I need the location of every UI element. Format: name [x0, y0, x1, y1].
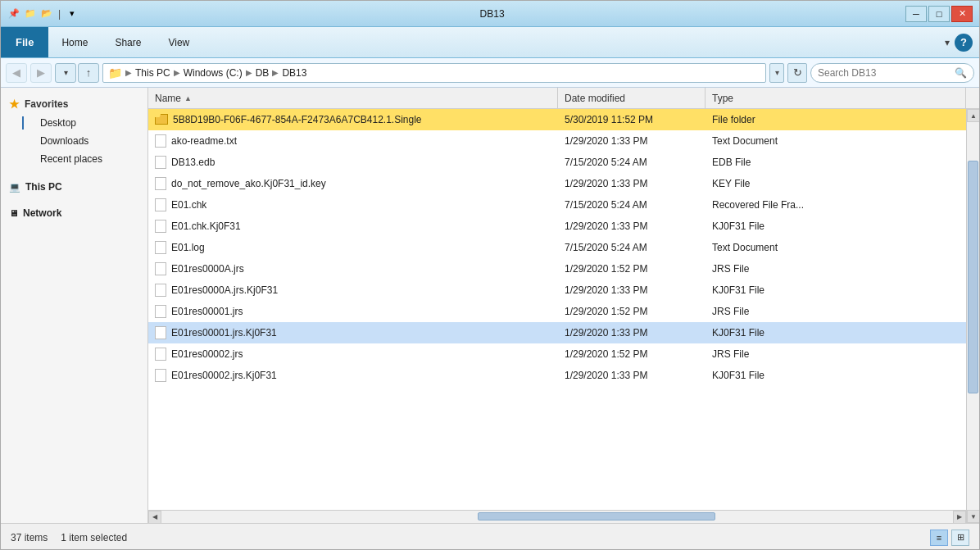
- path-thispc[interactable]: This PC: [135, 67, 170, 79]
- file-type-cell: JRS File: [706, 263, 966, 275]
- file-name-cell: E01res00002.jrs.Kj0F31: [148, 369, 558, 382]
- tab-home[interactable]: Home: [48, 27, 102, 57]
- file-name-cell: do_not_remove_ako.Kj0F31_id.key: [148, 177, 558, 190]
- tab-view[interactable]: View: [155, 27, 203, 57]
- search-input[interactable]: [818, 67, 951, 79]
- table-row[interactable]: E01res0000A.jrs1/29/2020 1:52 PMJRS File: [148, 258, 966, 280]
- items-count: 37 items: [11, 532, 48, 543]
- file-type-cell: EDB File: [706, 157, 966, 168]
- view-details-button[interactable]: ≡: [930, 530, 948, 546]
- column-headers: Name ▲ Date modified Type: [148, 88, 979, 109]
- path-drive[interactable]: Windows (C:): [184, 67, 243, 79]
- table-row[interactable]: 5B8D19B0-F06F-4677-854A-F2473A6A7CB412.1…: [148, 109, 966, 130]
- table-row[interactable]: E01res00002.jrs1/29/2020 1:52 PMJRS File: [148, 343, 966, 365]
- separator: |: [57, 8, 62, 20]
- file-icon: [155, 198, 166, 211]
- file-name-text: E01.chk: [171, 199, 206, 211]
- file-icon: [155, 134, 166, 148]
- thispc-header[interactable]: 💻 This PC: [1, 176, 147, 198]
- view-tiles-button[interactable]: ⊞: [951, 530, 969, 546]
- minimize-button[interactable]: ─: [905, 6, 927, 22]
- up-button[interactable]: ↑: [78, 63, 99, 83]
- file-date-cell: 1/29/2020 1:33 PM: [558, 327, 706, 339]
- file-name-text: E01res00001.jrs: [171, 306, 243, 317]
- tab-share[interactable]: Share: [102, 27, 155, 57]
- maximize-button[interactable]: □: [928, 6, 950, 22]
- down-nav-button[interactable]: ▾: [55, 63, 76, 83]
- table-row[interactable]: E01.log7/15/2020 5:24 AMText Document: [148, 237, 966, 258]
- address-bar: ◀ ▶ ▾ ↑ 📁 ▶ This PC ▶ Windows (C:) ▶ DB …: [1, 58, 979, 88]
- search-box[interactable]: 🔍: [810, 63, 974, 83]
- file-type-cell: Text Document: [706, 242, 966, 253]
- table-row[interactable]: ako-readme.txt1/29/2020 1:33 PMText Docu…: [148, 130, 966, 152]
- file-icon: [155, 305, 166, 318]
- file-type-cell: KJ0F31 File: [706, 284, 966, 296]
- file-menu-button[interactable]: File: [1, 27, 48, 57]
- sidebar-item-downloads[interactable]: Downloads: [1, 132, 147, 150]
- file-type-cell: KJ0F31 File: [706, 220, 966, 232]
- sidebar-item-desktop[interactable]: Desktop: [1, 114, 147, 132]
- col-header-type[interactable]: Type: [706, 88, 966, 108]
- hscroll-left-btn[interactable]: ◀: [148, 511, 161, 524]
- network-header[interactable]: 🖥 Network: [1, 202, 147, 224]
- hscroll-thumb[interactable]: [478, 512, 715, 520]
- sidebar-item-recent[interactable]: Recent places: [1, 150, 147, 168]
- table-row[interactable]: DB13.edb7/15/2020 5:24 AMEDB File: [148, 152, 966, 173]
- file-date-cell: 1/29/2020 1:52 PM: [558, 263, 706, 275]
- col-header-date[interactable]: Date modified: [558, 88, 706, 108]
- col-header-name[interactable]: Name ▲: [148, 88, 558, 108]
- network-icon: 🖥: [9, 208, 18, 218]
- file-name-cell: E01res0000A.jrs.Kj0F31: [148, 284, 558, 297]
- file-date-cell: 1/29/2020 1:33 PM: [558, 370, 706, 381]
- path-folder-icon: 📁: [108, 66, 122, 80]
- vscroll-thumb[interactable]: [968, 161, 978, 393]
- file-icon: [155, 326, 166, 339]
- desktop-icon: [22, 117, 35, 129]
- file-area: Name ▲ Date modified Type 5B8D19B0-F06F-…: [148, 88, 979, 523]
- help-button[interactable]: ?: [955, 34, 973, 52]
- down-arrow-icon[interactable]: ▾: [66, 7, 79, 20]
- ribbon-collapse-icon[interactable]: ▾: [945, 37, 950, 48]
- table-row[interactable]: E01res0000A.jrs.Kj0F311/29/2020 1:33 PMK…: [148, 280, 966, 301]
- nav-extra: ▾ ↑: [55, 63, 99, 83]
- selected-count: 1 item selected: [61, 532, 127, 543]
- path-db13[interactable]: DB13: [282, 67, 306, 79]
- search-icon: 🔍: [955, 67, 967, 79]
- address-path[interactable]: 📁 ▶ This PC ▶ Windows (C:) ▶ DB ▶ DB13: [102, 63, 766, 83]
- forward-button[interactable]: ▶: [30, 63, 52, 83]
- file-name-cell: ako-readme.txt: [148, 134, 558, 148]
- folder-icon: [155, 114, 168, 125]
- favorites-header[interactable]: ★ Favorites: [1, 94, 147, 114]
- address-dropdown[interactable]: ▾: [769, 63, 784, 83]
- folder-icon-tb2: 📂: [40, 7, 53, 20]
- table-row[interactable]: E01.chk.Kj0F311/29/2020 1:33 PMKJ0F31 Fi…: [148, 216, 966, 237]
- back-button[interactable]: ◀: [6, 63, 27, 83]
- hscroll-track[interactable]: [161, 511, 953, 523]
- ribbon-tabs: Home Share View: [48, 27, 203, 57]
- table-row[interactable]: E01res00001.jrs1/29/2020 1:52 PMJRS File: [148, 301, 966, 322]
- file-type-cell: KJ0F31 File: [706, 327, 966, 339]
- table-row[interactable]: E01res00001.jrs.Kj0F311/29/2020 1:33 PMK…: [148, 322, 966, 343]
- file-icon: [155, 262, 166, 275]
- hscroll-right-btn[interactable]: ▶: [953, 511, 966, 524]
- file-date-cell: 7/15/2020 5:24 AM: [558, 157, 706, 168]
- close-button[interactable]: ✕: [951, 6, 973, 22]
- horizontal-scrollbar: ◀ ▶: [148, 510, 966, 523]
- file-name-cell: E01.chk: [148, 198, 558, 211]
- path-db[interactable]: DB: [256, 67, 270, 79]
- main-area: ★ Favorites Desktop Downloads Recent pla…: [1, 88, 979, 523]
- table-row[interactable]: do_not_remove_ako.Kj0F31_id.key1/29/2020…: [148, 173, 966, 194]
- table-row[interactable]: E01.chk7/15/2020 5:24 AMRecovered File F…: [148, 194, 966, 216]
- star-icon: ★: [9, 98, 20, 111]
- sidebar: ★ Favorites Desktop Downloads Recent pla…: [1, 88, 148, 523]
- file-name-cell: E01.chk.Kj0F31: [148, 220, 558, 233]
- vscroll-up-btn[interactable]: ▲: [967, 109, 979, 122]
- file-name-text: E01.chk.Kj0F31: [171, 220, 241, 232]
- table-row[interactable]: E01res00002.jrs.Kj0F311/29/2020 1:33 PMK…: [148, 365, 966, 386]
- file-date-cell: 5/30/2019 11:52 PM: [558, 114, 706, 125]
- file-date-cell: 1/29/2020 1:33 PM: [558, 178, 706, 189]
- vscroll-down-btn[interactable]: ▼: [967, 510, 979, 523]
- scroll-area: 5B8D19B0-F06F-4677-854A-F2473A6A7CB412.1…: [148, 109, 979, 523]
- vscroll-track[interactable]: [967, 122, 979, 510]
- refresh-button[interactable]: ↻: [787, 63, 807, 83]
